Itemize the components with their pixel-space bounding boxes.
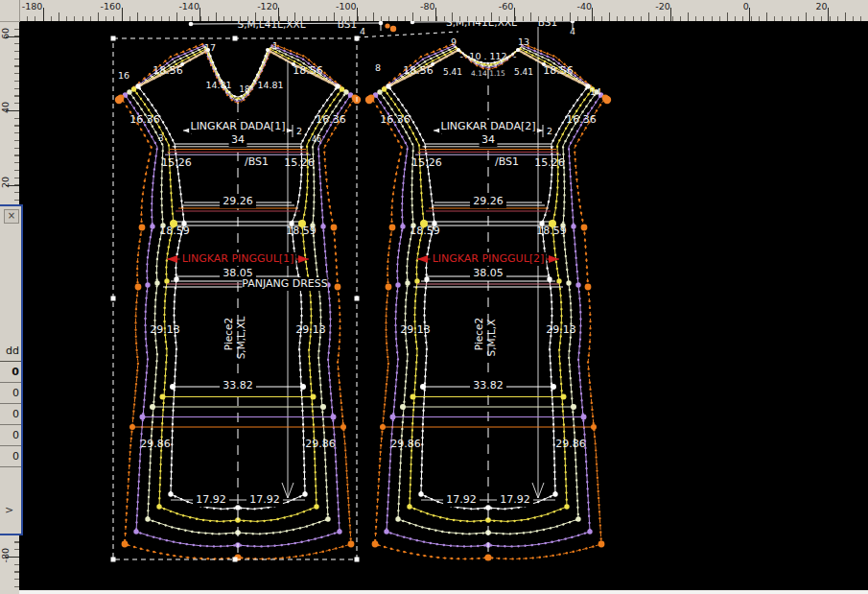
knee-marker bbox=[551, 384, 556, 390]
docked-grading-panel: × dd 00000 > bbox=[0, 204, 23, 535]
measurement-label: 18.59 bbox=[159, 225, 190, 237]
grade-point-marker bbox=[131, 86, 136, 91]
knee-marker bbox=[150, 404, 155, 410]
baseline-endpoint bbox=[189, 22, 194, 27]
grading-value-cell[interactable]: 0 bbox=[0, 383, 21, 404]
selection-handle[interactable] bbox=[111, 297, 116, 301]
grading-value-cell[interactable]: 0 bbox=[0, 404, 21, 425]
grade-point-marker bbox=[405, 280, 410, 285]
measurement-label: 18.56 bbox=[152, 64, 183, 77]
ruler-unit-label: -20 bbox=[655, 1, 670, 12]
ruler-major-tick bbox=[122, 8, 123, 21]
grade-point-marker bbox=[587, 529, 592, 534]
measurement-label: 16.36 bbox=[566, 113, 597, 126]
arrow-left-icon bbox=[167, 255, 177, 263]
expand-panel-button[interactable]: > bbox=[5, 504, 13, 516]
pattern-piece-front[interactable]: LINGKAR DADA[1]3429.26LINGKAR PINGGUL[1]… bbox=[115, 40, 361, 561]
measurement-label: 29.86 bbox=[555, 438, 586, 450]
point-number: 3 bbox=[158, 133, 163, 143]
ruler-major-tick bbox=[199, 8, 200, 21]
grade-point-marker bbox=[302, 491, 307, 496]
measurement-label: 4.14 1.15 bbox=[471, 69, 505, 78]
chest-dimension-label: LINGKAR DADA[2] bbox=[441, 120, 536, 132]
selection-handle[interactable] bbox=[233, 36, 238, 41]
seam-point bbox=[516, 48, 520, 52]
hip-dimension-label: LINGKAR PINGGUL[1] bbox=[182, 252, 294, 265]
arrow-right-icon bbox=[298, 255, 309, 263]
pattern-cad-window: LINGKAR DADA[1]3429.26LINGKAR PINGGUL[1]… bbox=[0, 0, 868, 594]
selection-handle[interactable] bbox=[233, 558, 238, 562]
size-range-label: S,M,L,XL bbox=[235, 317, 246, 360]
pattern-piece-back[interactable]: LINGKAR DADA[2]3429.26LINGKAR PINGGUL[2]… bbox=[365, 27, 611, 561]
knee-marker bbox=[571, 404, 576, 410]
measurement-label: 14.81 bbox=[205, 80, 231, 90]
baseline-ref-label: /BS1 bbox=[245, 155, 269, 168]
hip-dimension-label: LINGKAR PINGGUL[2] bbox=[433, 252, 545, 265]
measurement-label: 18.59 bbox=[286, 225, 317, 237]
ruler-major-tick bbox=[749, 8, 750, 21]
knee-marker bbox=[160, 394, 166, 400]
selection-handle[interactable] bbox=[355, 558, 360, 562]
grade-point-marker bbox=[335, 284, 341, 291]
grading-table: dd 00000 bbox=[0, 341, 21, 467]
ruler-unit-label: -180 bbox=[22, 1, 43, 12]
grade-point-marker bbox=[156, 504, 161, 509]
grade-point-marker bbox=[139, 225, 146, 231]
grade-point-marker bbox=[314, 504, 318, 509]
selection-handle[interactable] bbox=[355, 36, 360, 41]
knee-marker bbox=[420, 384, 426, 390]
knee-marker bbox=[340, 424, 346, 430]
point-number: 4 bbox=[360, 26, 365, 36]
grading-value-cell[interactable]: 0 bbox=[0, 425, 21, 446]
grade-point-marker bbox=[395, 282, 400, 287]
grade-point-marker bbox=[571, 224, 575, 228]
sleeve-tip-marker bbox=[603, 96, 611, 104]
grade-point-marker bbox=[372, 541, 379, 548]
ruler-unit-label: 20 bbox=[815, 1, 827, 12]
selection-handle[interactable] bbox=[111, 36, 116, 41]
measurement-label: 17.92 bbox=[249, 493, 280, 506]
grade-point-marker bbox=[348, 541, 355, 548]
selection-handle[interactable] bbox=[111, 558, 116, 562]
knee-marker bbox=[170, 384, 176, 390]
ruler-corner bbox=[0, 0, 20, 22]
ruler-unit-label: -140 bbox=[178, 1, 199, 12]
measurement-label: 18.56 bbox=[293, 64, 323, 77]
measurement-label: 17.92 bbox=[500, 493, 530, 506]
grade-point-marker bbox=[575, 282, 580, 287]
baseline-grade-dot bbox=[390, 26, 396, 32]
grading-value-cell[interactable]: 0 bbox=[0, 362, 21, 383]
grade-point-marker bbox=[382, 86, 387, 91]
grade-point-marker bbox=[400, 224, 405, 228]
point-number: 17 bbox=[204, 42, 216, 53]
grade-point-marker bbox=[150, 224, 154, 228]
grade-point-marker bbox=[145, 282, 150, 287]
point-number: 2 bbox=[296, 126, 302, 136]
ruler-major-tick bbox=[592, 8, 593, 21]
grade-point-marker bbox=[384, 529, 388, 534]
grade-point-marker bbox=[418, 491, 423, 496]
hem-center-marker bbox=[484, 554, 491, 560]
point-number: 13 bbox=[518, 36, 529, 47]
knee-marker bbox=[380, 424, 386, 430]
ruler-unit-label: -80 bbox=[0, 548, 11, 563]
column-header-dd: dd bbox=[0, 341, 21, 362]
grade-point-marker bbox=[598, 541, 605, 548]
close-icon[interactable]: × bbox=[4, 209, 19, 224]
ruler-major-tick bbox=[435, 8, 436, 21]
ruler-unit-label: -160 bbox=[101, 1, 122, 12]
ruler-unit-label: 0 bbox=[743, 1, 749, 12]
measurement-label: 15.26 bbox=[284, 156, 315, 169]
pattern-canvas[interactable]: LINGKAR DADA[1]3429.26LINGKAR PINGGUL[1]… bbox=[0, 0, 868, 594]
measurement-label: 18 bbox=[240, 84, 250, 94]
back-neck-label: - -10 . 112- - bbox=[459, 51, 516, 61]
knee-marker bbox=[129, 424, 135, 430]
ruler-major-tick bbox=[514, 8, 515, 21]
size-range-label: S,M,L,X bbox=[485, 320, 497, 357]
sleeve-tip-marker bbox=[115, 96, 123, 104]
grading-value-cell[interactable]: 0 bbox=[0, 446, 21, 467]
grade-point-marker bbox=[168, 491, 173, 496]
chest-dimension-label: LINGKAR DADA[1] bbox=[191, 120, 286, 132]
knee-marker bbox=[311, 394, 317, 400]
selection-handle[interactable] bbox=[355, 297, 360, 301]
